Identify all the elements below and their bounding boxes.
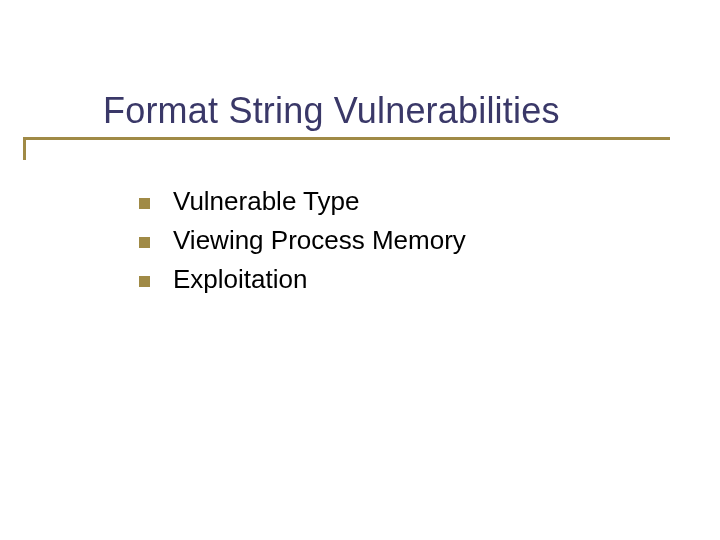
list-item-text: Viewing Process Memory	[173, 225, 466, 256]
list-item: Exploitation	[139, 262, 659, 298]
square-bullet-icon	[139, 198, 150, 209]
title-underline	[23, 137, 670, 140]
slide: Format String Vulnerabilities Vulnerable…	[0, 0, 720, 540]
title-wrap: Format String Vulnerabilities	[103, 90, 663, 131]
list-item: Vulnerable Type	[139, 184, 659, 220]
list-item: Viewing Process Memory	[139, 223, 659, 259]
list-item-text: Exploitation	[173, 264, 307, 295]
square-bullet-icon	[139, 276, 150, 287]
square-bullet-icon	[139, 237, 150, 248]
list-item-text: Vulnerable Type	[173, 186, 359, 217]
title-tick	[23, 137, 26, 160]
slide-title: Format String Vulnerabilities	[103, 90, 663, 131]
bullet-list: Vulnerable Type Viewing Process Memory E…	[139, 184, 659, 301]
